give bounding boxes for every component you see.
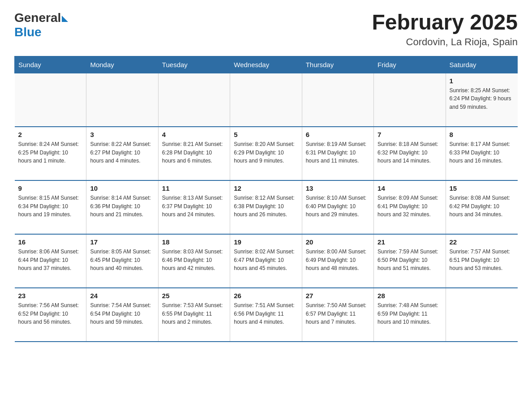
calendar-cell: 4Sunrise: 8:21 AM Sunset: 6:28 PM Daylig… <box>158 127 230 180</box>
day-number: 3 <box>90 131 154 138</box>
calendar-week-row: 16Sunrise: 8:06 AM Sunset: 6:44 PM Dayli… <box>15 234 518 288</box>
day-number: 1 <box>450 77 514 85</box>
calendar-week-row: 1Sunrise: 8:25 AM Sunset: 6:24 PM Daylig… <box>15 73 518 127</box>
day-number: 23 <box>18 292 83 300</box>
day-number: 20 <box>306 238 370 246</box>
calendar-cell: 18Sunrise: 8:03 AM Sunset: 6:46 PM Dayli… <box>158 234 230 288</box>
calendar-cell: 15Sunrise: 8:08 AM Sunset: 6:42 PM Dayli… <box>446 180 517 234</box>
calendar-cell: 25Sunrise: 7:53 AM Sunset: 6:55 PM Dayli… <box>158 288 230 342</box>
day-info: Sunrise: 8:24 AM Sunset: 6:25 PM Dayligh… <box>18 140 83 165</box>
calendar-cell: 28Sunrise: 7:48 AM Sunset: 6:59 PM Dayli… <box>374 288 446 342</box>
day-number: 27 <box>306 292 370 300</box>
day-number: 25 <box>162 292 226 300</box>
day-info: Sunrise: 8:19 AM Sunset: 6:31 PM Dayligh… <box>306 140 370 165</box>
calendar-cell: 14Sunrise: 8:09 AM Sunset: 6:41 PM Dayli… <box>374 180 446 234</box>
day-info: Sunrise: 8:21 AM Sunset: 6:28 PM Dayligh… <box>162 140 226 165</box>
calendar-cell: 9Sunrise: 8:15 AM Sunset: 6:34 PM Daylig… <box>15 180 86 234</box>
day-number: 6 <box>306 131 370 138</box>
day-number: 14 <box>378 184 442 192</box>
day-info: Sunrise: 7:48 AM Sunset: 6:59 PM Dayligh… <box>378 301 442 326</box>
calendar-cell <box>302 73 373 127</box>
header-day-thursday: Thursday <box>302 56 373 73</box>
day-number: 9 <box>18 184 83 192</box>
day-number: 21 <box>378 238 442 246</box>
calendar-cell: 19Sunrise: 8:02 AM Sunset: 6:47 PM Dayli… <box>230 234 302 288</box>
day-number: 8 <box>450 131 514 138</box>
day-info: Sunrise: 7:57 AM Sunset: 6:51 PM Dayligh… <box>450 248 514 273</box>
day-info: Sunrise: 8:12 AM Sunset: 6:38 PM Dayligh… <box>234 194 298 219</box>
calendar-cell: 16Sunrise: 8:06 AM Sunset: 6:44 PM Dayli… <box>15 234 86 288</box>
calendar-cell <box>15 73 86 127</box>
day-info: Sunrise: 7:50 AM Sunset: 6:57 PM Dayligh… <box>306 301 370 326</box>
day-info: Sunrise: 8:13 AM Sunset: 6:37 PM Dayligh… <box>162 194 226 219</box>
header-day-friday: Friday <box>374 56 446 73</box>
day-number: 22 <box>450 238 514 246</box>
header-day-saturday: Saturday <box>446 56 517 73</box>
calendar-cell: 17Sunrise: 8:05 AM Sunset: 6:45 PM Dayli… <box>86 234 158 288</box>
day-info: Sunrise: 8:22 AM Sunset: 6:27 PM Dayligh… <box>90 140 154 165</box>
day-number: 13 <box>306 184 370 192</box>
header-day-tuesday: Tuesday <box>158 56 230 73</box>
day-number: 7 <box>378 131 442 138</box>
calendar-cell <box>374 73 446 127</box>
header-day-sunday: Sunday <box>15 56 86 73</box>
day-info: Sunrise: 8:17 AM Sunset: 6:33 PM Dayligh… <box>450 140 514 165</box>
calendar-cell <box>86 73 158 127</box>
day-info: Sunrise: 7:51 AM Sunset: 6:56 PM Dayligh… <box>234 301 298 326</box>
day-info: Sunrise: 8:10 AM Sunset: 6:40 PM Dayligh… <box>306 194 370 219</box>
calendar-title: February 2025 <box>372 11 518 34</box>
calendar-cell: 7Sunrise: 8:18 AM Sunset: 6:32 PM Daylig… <box>374 127 446 180</box>
day-info: Sunrise: 8:06 AM Sunset: 6:44 PM Dayligh… <box>18 248 83 273</box>
calendar-cell: 10Sunrise: 8:14 AM Sunset: 6:36 PM Dayli… <box>86 180 158 234</box>
day-number: 5 <box>234 131 298 138</box>
calendar-week-row: 9Sunrise: 8:15 AM Sunset: 6:34 PM Daylig… <box>15 180 518 234</box>
header-row: SundayMondayTuesdayWednesdayThursdayFrid… <box>15 56 518 73</box>
calendar-cell: 11Sunrise: 8:13 AM Sunset: 6:37 PM Dayli… <box>158 180 230 234</box>
calendar-cell: 8Sunrise: 8:17 AM Sunset: 6:33 PM Daylig… <box>446 127 517 180</box>
calendar-cell: 23Sunrise: 7:56 AM Sunset: 6:52 PM Dayli… <box>15 288 86 342</box>
day-info: Sunrise: 8:09 AM Sunset: 6:41 PM Dayligh… <box>378 194 442 219</box>
calendar-week-row: 2Sunrise: 8:24 AM Sunset: 6:25 PM Daylig… <box>15 127 518 180</box>
day-info: Sunrise: 8:18 AM Sunset: 6:32 PM Dayligh… <box>378 140 442 165</box>
calendar-cell: 2Sunrise: 8:24 AM Sunset: 6:25 PM Daylig… <box>15 127 86 180</box>
calendar-cell: 12Sunrise: 8:12 AM Sunset: 6:38 PM Dayli… <box>230 180 302 234</box>
calendar-cell: 22Sunrise: 7:57 AM Sunset: 6:51 PM Dayli… <box>446 234 517 288</box>
day-number: 2 <box>18 131 83 138</box>
calendar-cell <box>446 288 517 342</box>
day-info: Sunrise: 8:15 AM Sunset: 6:34 PM Dayligh… <box>18 194 83 219</box>
page-header: General Blue February 2025 Cordovin, La … <box>14 11 518 48</box>
calendar-cell: 6Sunrise: 8:19 AM Sunset: 6:31 PM Daylig… <box>302 127 373 180</box>
calendar-header: SundayMondayTuesdayWednesdayThursdayFrid… <box>15 56 518 73</box>
calendar-week-row: 23Sunrise: 7:56 AM Sunset: 6:52 PM Dayli… <box>15 288 518 342</box>
day-number: 18 <box>162 238 226 246</box>
day-number: 10 <box>90 184 154 192</box>
calendar-cell: 21Sunrise: 7:59 AM Sunset: 6:50 PM Dayli… <box>374 234 446 288</box>
calendar-subtitle: Cordovin, La Rioja, Spain <box>372 36 518 48</box>
logo-general-text: General <box>14 11 61 25</box>
logo-triangle-icon <box>62 16 68 22</box>
day-number: 17 <box>90 238 154 246</box>
day-number: 24 <box>90 292 154 300</box>
calendar-cell: 5Sunrise: 8:20 AM Sunset: 6:29 PM Daylig… <box>230 127 302 180</box>
day-info: Sunrise: 7:54 AM Sunset: 6:54 PM Dayligh… <box>90 301 154 326</box>
calendar-cell: 24Sunrise: 7:54 AM Sunset: 6:54 PM Dayli… <box>86 288 158 342</box>
calendar-cell: 13Sunrise: 8:10 AM Sunset: 6:40 PM Dayli… <box>302 180 373 234</box>
calendar-cell: 20Sunrise: 8:00 AM Sunset: 6:49 PM Dayli… <box>302 234 373 288</box>
calendar-cell <box>230 73 302 127</box>
calendar-table: SundayMondayTuesdayWednesdayThursdayFrid… <box>14 56 518 342</box>
day-info: Sunrise: 8:03 AM Sunset: 6:46 PM Dayligh… <box>162 248 226 273</box>
calendar-cell: 1Sunrise: 8:25 AM Sunset: 6:24 PM Daylig… <box>446 73 517 127</box>
header-day-wednesday: Wednesday <box>230 56 302 73</box>
day-number: 11 <box>162 184 226 192</box>
day-number: 12 <box>234 184 298 192</box>
day-info: Sunrise: 8:05 AM Sunset: 6:45 PM Dayligh… <box>90 248 154 273</box>
calendar-cell <box>158 73 230 127</box>
calendar-cell: 27Sunrise: 7:50 AM Sunset: 6:57 PM Dayli… <box>302 288 373 342</box>
header-day-monday: Monday <box>86 56 158 73</box>
day-info: Sunrise: 8:00 AM Sunset: 6:49 PM Dayligh… <box>306 248 370 273</box>
day-number: 15 <box>450 184 514 192</box>
calendar-cell: 26Sunrise: 7:51 AM Sunset: 6:56 PM Dayli… <box>230 288 302 342</box>
logo: General Blue <box>14 11 68 39</box>
day-info: Sunrise: 8:14 AM Sunset: 6:36 PM Dayligh… <box>90 194 154 219</box>
day-number: 26 <box>234 292 298 300</box>
